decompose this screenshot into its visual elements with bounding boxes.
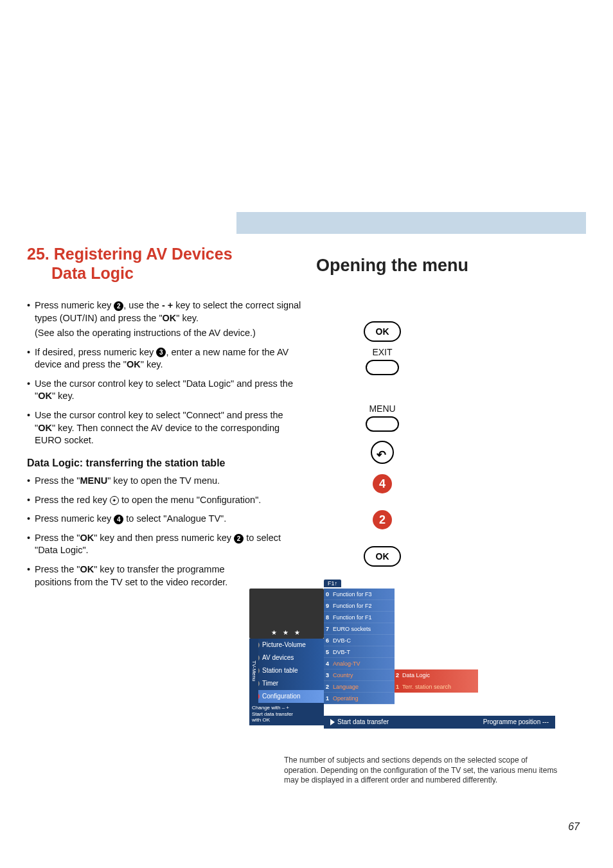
osd-left-item: AV devices — [249, 651, 324, 664]
osd-left-item: Timer — [249, 677, 324, 690]
play-triangle-icon — [330, 719, 335, 725]
osd-status-bar: Start data transfer Programme position -… — [324, 716, 555, 729]
osd-mid-item: 1Operating — [324, 693, 395, 704]
osd-right-item: 1Terr. station search — [395, 681, 478, 693]
osd-left-menu: Picture-Volume AV devices Station table … — [249, 639, 324, 703]
body-text: Press numeric key 2, use the - + key to … — [27, 299, 303, 595]
numeric-key-2-icon: 2 — [114, 301, 123, 311]
footnote: The number of subjects and sections depe… — [284, 756, 560, 786]
osd-left-item-selected: Configuration — [249, 690, 324, 703]
back-button[interactable]: ↶ — [371, 441, 394, 464]
exit-button[interactable] — [366, 360, 399, 375]
osd-mid-item: 9Function for F2 — [324, 600, 395, 612]
ok-button[interactable]: OK — [364, 321, 401, 342]
title-line2: Data Logic — [27, 264, 134, 282]
remote-buttons: OK EXIT MENU ↶ 4 2 OK — [344, 321, 421, 567]
bullet-1-sub: (See also the operating instructions of … — [27, 327, 303, 340]
bullet-2: If desired, press numeric key 3, enter a… — [27, 346, 303, 371]
menu-label: MENU — [344, 403, 421, 414]
ok-button-2[interactable]: OK — [364, 546, 401, 567]
osd-mid-item: 5DVB-T — [324, 646, 395, 658]
osd-tab: F1↑ — [324, 580, 341, 587]
bullet-5: Press the "MENU" key to open the TV menu… — [27, 475, 303, 488]
menu-button[interactable] — [366, 416, 399, 432]
subheading: Data Logic: transferring the station tab… — [27, 456, 303, 470]
osd-mid-item: 0Function for F3 — [324, 589, 395, 600]
title-line1: 25. Registering AV Devices — [27, 245, 233, 263]
numeric-key-2b-icon: 2 — [234, 534, 244, 544]
osd-mid-item: 3Country — [324, 669, 395, 681]
back-arrow-icon: ↶ — [377, 448, 386, 462]
osd-preview: ★ ★ ★ — [249, 589, 324, 639]
osd-mid-menu: 0Function for F3 9Function for F2 8Funct… — [324, 589, 395, 704]
header-accent-bar — [236, 212, 586, 234]
bullet-6: Press the red key ✦ to open the menu "Co… — [27, 494, 303, 507]
section-title: 25. Registering AV Devices Data Logic — [27, 244, 297, 283]
bullet-8: Press the "OK" key and then press numeri… — [27, 532, 303, 557]
exit-label: EXIT — [344, 347, 421, 357]
osd-right-item: 2Data Logic — [395, 669, 478, 681]
osd-mid-item: 4Analog-TV — [324, 658, 395, 669]
page-number: 67 — [568, 821, 580, 833]
numeric-key-4-icon: 4 — [114, 515, 123, 524]
page-root: 25. Registering AV Devices Data Logic Op… — [0, 0, 613, 868]
osd-mid-item: 8Function for F1 — [324, 612, 395, 623]
numeric-key-2-button[interactable]: 2 — [373, 510, 392, 529]
bullet-7: Press numeric key 4 to select "Analogue … — [27, 513, 303, 526]
osd-left-item: Picture-Volume — [249, 639, 324, 651]
osd-mid-item: 6DVB-C — [324, 635, 395, 646]
numeric-key-4-button[interactable]: 4 — [373, 474, 392, 493]
numeric-key-3-icon: 3 — [156, 348, 166, 357]
osd-right-menu: 2Data Logic 1Terr. station search — [395, 669, 478, 693]
bullet-3: Use the cursor control key to select "Da… — [27, 378, 303, 403]
osd-stars: ★ ★ ★ — [271, 629, 302, 636]
red-key-icon: ✦ — [110, 496, 119, 505]
bullet-9: Press the "OK" key to transfer the progr… — [27, 563, 245, 589]
osd-left-item: Station table — [249, 664, 324, 677]
bullet-4: Use the cursor control key to select "Co… — [27, 409, 303, 447]
osd-hint: Change with – + Start data transfer with… — [249, 703, 324, 725]
bullet-1: Press numeric key 2, use the - + key to … — [27, 299, 303, 324]
page-subtitle: Opening the menu — [316, 256, 468, 276]
osd-mid-item: 2Language — [324, 681, 395, 693]
osd-mid-item: 7EURO sockets — [324, 623, 395, 635]
osd-vertical-label: TV-Menu — [249, 639, 258, 703]
